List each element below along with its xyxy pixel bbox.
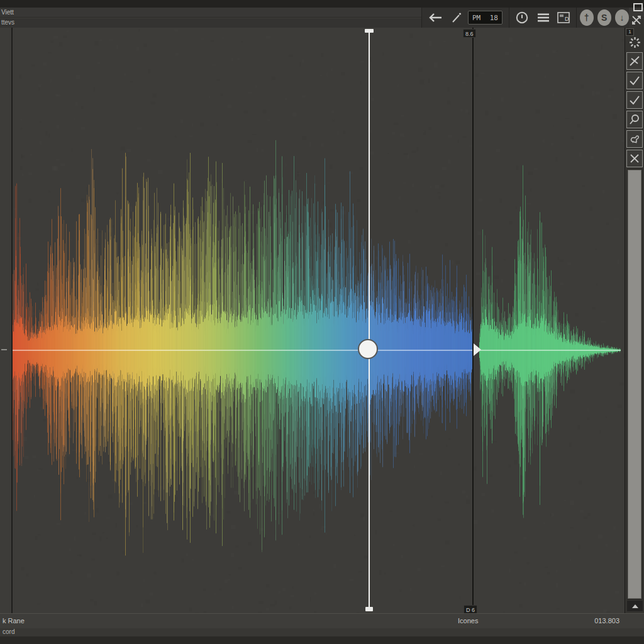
menu-label-1[interactable]: Viett xyxy=(1,9,14,16)
back-arrow-icon xyxy=(428,12,443,23)
menu-label-2[interactable]: ttevs xyxy=(1,19,14,26)
window-top-strip xyxy=(0,0,644,8)
marker-tool-button[interactable]: † xyxy=(580,9,594,26)
cut-tool-button[interactable] xyxy=(626,52,643,70)
confirm-tool-button-2[interactable] xyxy=(626,91,643,109)
snap-tool-glyph: S xyxy=(601,13,607,23)
status-left-text: k Rane xyxy=(3,614,25,628)
check-icon xyxy=(629,75,640,86)
playhead-top-handle[interactable] xyxy=(365,29,374,33)
restore-window-icon[interactable] xyxy=(633,3,643,11)
shuffle-icon xyxy=(631,15,641,25)
playhead-circle-handle[interactable] xyxy=(358,339,378,359)
sparkle-icon xyxy=(628,36,641,49)
zoom-tool-button[interactable] xyxy=(626,111,643,128)
panel-count-badge: 1 xyxy=(626,28,634,36)
up-triangle-icon xyxy=(632,604,638,608)
status-bar-secondary: cord xyxy=(0,628,644,636)
pen-icon xyxy=(451,12,462,23)
status-bar: k Rane Icones 013.803 xyxy=(0,613,644,628)
clock-icon xyxy=(515,11,529,25)
hamburger-icon xyxy=(537,13,550,23)
clock-button[interactable] xyxy=(515,11,529,25)
download-tool-button[interactable]: ↓ xyxy=(615,9,629,26)
time-display-value: 18 xyxy=(490,14,498,22)
resize-corner-button[interactable] xyxy=(631,15,641,25)
status-center-text: Icones xyxy=(458,614,478,628)
marker-top-label: 8.6 xyxy=(463,29,476,38)
marker-handle[interactable] xyxy=(474,343,481,356)
pen-button[interactable] xyxy=(451,12,462,23)
time-display[interactable]: PM 18 xyxy=(468,11,502,25)
scrollbar-thumb[interactable] xyxy=(628,170,641,599)
scribble-tool-button[interactable] xyxy=(626,130,643,148)
status-secondary-text: cord xyxy=(3,628,14,636)
region-marker-line[interactable] xyxy=(472,28,474,613)
status-position-readout: 013.803 xyxy=(594,614,619,628)
waveform-canvas[interactable] xyxy=(13,28,625,613)
cut-icon xyxy=(629,55,640,67)
snap-tool-button[interactable]: S xyxy=(597,9,611,26)
clipboard-letter: D xyxy=(565,16,569,22)
close-icon xyxy=(629,153,640,164)
toolbar: PM 18 D † xyxy=(421,8,629,28)
marker-tool-glyph: † xyxy=(584,13,589,23)
playhead-line[interactable] xyxy=(369,31,370,610)
marker-bottom-label: D 6 xyxy=(464,605,477,614)
playhead-bottom-handle[interactable] xyxy=(365,607,373,611)
confirm-tool-button[interactable] xyxy=(626,72,643,89)
scribble-icon xyxy=(629,133,640,145)
window-bottom-strip xyxy=(0,636,644,644)
close-tool-button[interactable] xyxy=(626,150,643,167)
download-tool-glyph: ↓ xyxy=(619,13,624,23)
audio-editor-window: Viett ttevs PM 18 xyxy=(0,0,644,644)
left-gutter xyxy=(0,28,13,613)
toolbar-separator xyxy=(509,8,509,28)
scrollbar-end-button[interactable] xyxy=(627,601,643,611)
check-icon-2 xyxy=(629,95,640,105)
clipboard-button[interactable]: D xyxy=(557,11,570,24)
menu-button[interactable] xyxy=(537,13,550,23)
back-button[interactable] xyxy=(428,12,443,23)
center-axis-tick xyxy=(1,349,7,350)
magnifier-icon xyxy=(629,114,640,125)
time-display-label: PM xyxy=(472,14,480,22)
right-tool-panel: 1 xyxy=(625,28,644,613)
sparkle-button[interactable] xyxy=(628,36,641,49)
clipboard-icon: D xyxy=(557,11,570,24)
toolbar-separator-2 xyxy=(576,8,577,28)
